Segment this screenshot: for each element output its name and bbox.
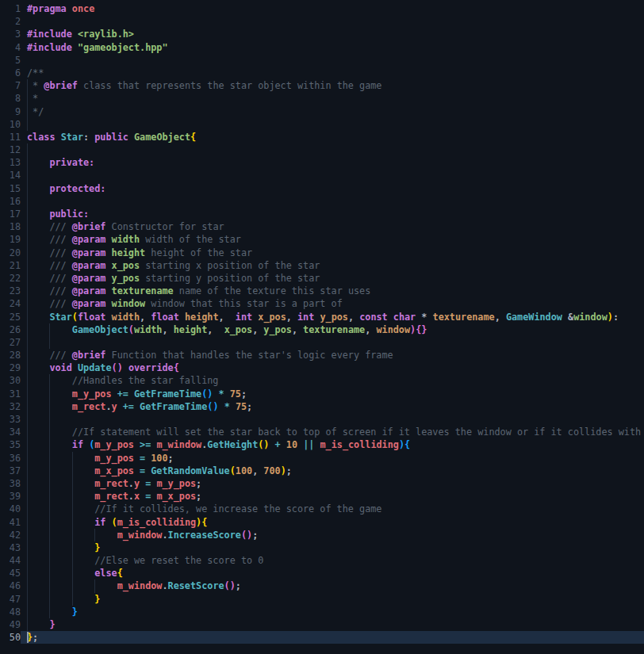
line-number[interactable]: 20 xyxy=(0,247,21,259)
code-line[interactable]: 45else{ xyxy=(0,567,644,579)
line-number[interactable]: 45 xyxy=(0,567,21,579)
code-line[interactable]: 41if (m_is_colliding){ xyxy=(0,516,644,529)
line-number[interactable]: 7 xyxy=(0,79,21,92)
line-number[interactable]: 46 xyxy=(0,579,21,592)
line-number[interactable]: 42 xyxy=(0,529,21,541)
line-number[interactable]: 22 xyxy=(0,272,21,285)
code-line[interactable]: 40//If it collides, we increase the scor… xyxy=(0,503,644,515)
code-line[interactable]: 24/// @param window window that this sta… xyxy=(0,297,644,310)
line-number[interactable]: 25 xyxy=(0,311,21,323)
code-line[interactable]: 18/// @brief Constructor for star xyxy=(0,220,644,233)
code-line[interactable]: 42m_window.IncreaseScore(); xyxy=(0,529,644,541)
line-number[interactable]: 31 xyxy=(0,388,21,400)
line-number[interactable]: 33 xyxy=(0,413,21,426)
line-number[interactable]: 10 xyxy=(0,118,21,131)
code-line[interactable]: 3#include <raylib.h> xyxy=(0,28,644,40)
code-line[interactable]: 44//Else we reset the score to 0 xyxy=(0,554,644,567)
line-number[interactable]: 18 xyxy=(0,220,21,233)
line-number[interactable]: 19 xyxy=(0,233,21,246)
line-number[interactable]: 47 xyxy=(0,593,21,606)
code-line[interactable]: 11class Star: public GameObject{ xyxy=(0,131,644,143)
code-line[interactable]: 20/// @param height height of the star xyxy=(0,247,644,259)
code-line[interactable]: 30//Handles the star falling xyxy=(0,374,644,387)
code-line[interactable]: 25Star(float width, float height, int x_… xyxy=(0,311,644,323)
code-line[interactable]: 8* xyxy=(0,92,644,105)
line-number[interactable]: 37 xyxy=(0,465,21,477)
code-line[interactable]: 27 xyxy=(0,336,644,349)
line-number[interactable]: 27 xyxy=(0,336,21,349)
code-line[interactable]: 31m_y_pos += GetFrameTime() * 75; xyxy=(0,388,644,400)
code-line[interactable]: 37m_x_pos = GetRandomValue(100, 700); xyxy=(0,465,644,477)
line-number[interactable]: 8 xyxy=(0,92,21,105)
line-number[interactable]: 9 xyxy=(0,105,21,118)
code-line[interactable]: 7* @brief class that represents the star… xyxy=(0,79,644,92)
code-line[interactable]: 29void Update() override{ xyxy=(0,361,644,374)
code-line[interactable]: 14 xyxy=(0,169,644,182)
line-number[interactable]: 11 xyxy=(0,131,21,143)
code-line[interactable]: 34//If statement will set the star back … xyxy=(0,426,644,438)
line-number[interactable]: 16 xyxy=(0,195,21,208)
line-number[interactable]: 6 xyxy=(0,67,21,79)
code-line[interactable]: 26GameObject(width, height, x_pos, y_pos… xyxy=(0,323,644,336)
code-line[interactable]: 1#pragma once xyxy=(0,2,644,15)
line-number[interactable]: 3 xyxy=(0,28,21,40)
line-number[interactable]: 48 xyxy=(0,606,21,618)
line-number[interactable]: 23 xyxy=(0,285,21,297)
line-number[interactable]: 35 xyxy=(0,438,21,451)
code-line[interactable]: 43} xyxy=(0,541,644,554)
code-editor[interactable]: 1#pragma once23#include <raylib.h>4#incl… xyxy=(0,0,644,654)
code-line[interactable]: 13private: xyxy=(0,156,644,169)
code-line[interactable]: 15protected: xyxy=(0,182,644,195)
code-line[interactable]: 2 xyxy=(0,15,644,28)
line-number[interactable]: 32 xyxy=(0,400,21,413)
code-line[interactable]: 6/** xyxy=(0,67,644,79)
line-number[interactable]: 17 xyxy=(0,208,21,220)
line-number[interactable]: 13 xyxy=(0,156,21,169)
code-line[interactable]: 17public: xyxy=(0,208,644,220)
line-number[interactable]: 39 xyxy=(0,490,21,503)
code-line[interactable]: 48} xyxy=(0,606,644,618)
code-line[interactable]: 5 xyxy=(0,54,644,67)
line-number[interactable]: 34 xyxy=(0,426,21,438)
code-line[interactable]: 35if (m_y_pos >= m_window.GetHeight() + … xyxy=(0,438,644,451)
line-number[interactable]: 36 xyxy=(0,452,21,465)
line-number[interactable]: 4 xyxy=(0,41,21,54)
code-line[interactable]: 22/// @param y_pos starting y position o… xyxy=(0,272,644,285)
line-number[interactable]: 2 xyxy=(0,15,21,28)
code-line[interactable]: 9*/ xyxy=(0,105,644,118)
line-number[interactable]: 43 xyxy=(0,541,21,554)
code-line[interactable]: 21/// @param x_pos starting x position o… xyxy=(0,259,644,272)
line-number[interactable]: 14 xyxy=(0,169,21,182)
code-line[interactable]: 50}; xyxy=(0,631,644,644)
line-number[interactable]: 49 xyxy=(0,618,21,631)
line-number[interactable]: 38 xyxy=(0,477,21,490)
code-line[interactable]: 12 xyxy=(0,143,644,156)
code-line[interactable]: 23/// @param texturename name of the tex… xyxy=(0,285,644,297)
line-number[interactable]: 40 xyxy=(0,503,21,515)
code-line[interactable]: 28/// @brief Function that handles the s… xyxy=(0,349,644,361)
line-number[interactable]: 41 xyxy=(0,516,21,529)
line-number[interactable]: 30 xyxy=(0,374,21,387)
code-line[interactable]: 49} xyxy=(0,618,644,631)
code-line[interactable]: 10 xyxy=(0,118,644,131)
code-line[interactable]: 47} xyxy=(0,593,644,606)
line-number[interactable]: 24 xyxy=(0,297,21,310)
line-number[interactable]: 1 xyxy=(0,2,21,15)
line-number[interactable]: 29 xyxy=(0,361,21,374)
code-line[interactable]: 16 xyxy=(0,195,644,208)
code-line[interactable]: 33 xyxy=(0,413,644,426)
code-line[interactable]: 36m_y_pos = 100; xyxy=(0,452,644,465)
code-line[interactable]: 38m_rect.y = m_y_pos; xyxy=(0,477,644,490)
line-number[interactable]: 15 xyxy=(0,182,21,195)
line-number[interactable]: 26 xyxy=(0,323,21,336)
code-line[interactable]: 32m_rect.y += GetFrameTime() * 75; xyxy=(0,400,644,413)
line-number[interactable]: 21 xyxy=(0,259,21,272)
code-line[interactable]: 19/// @param width width of the star xyxy=(0,233,644,246)
line-number[interactable]: 12 xyxy=(0,143,21,156)
code-line[interactable]: 4#include "gameobject.hpp" xyxy=(0,41,644,54)
line-number[interactable]: 28 xyxy=(0,349,21,361)
code-line[interactable]: 39m_rect.x = m_x_pos; xyxy=(0,490,644,503)
line-number[interactable]: 5 xyxy=(0,54,21,67)
line-number[interactable]: 44 xyxy=(0,554,21,567)
line-number[interactable]: 50 xyxy=(0,631,21,644)
